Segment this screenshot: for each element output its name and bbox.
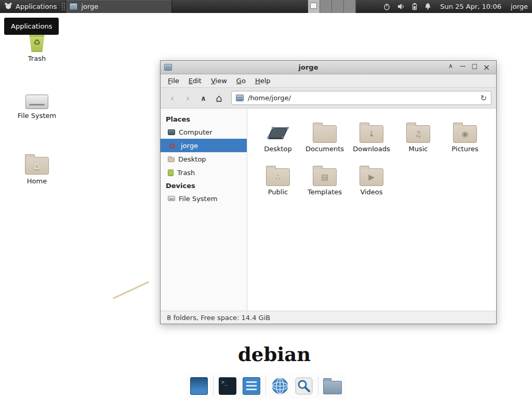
taskbar-window-label: jorge	[81, 3, 98, 10]
workspace-3[interactable]	[332, 0, 344, 13]
file-documents[interactable]: Documents	[301, 116, 348, 153]
battery-icon[interactable]	[408, 0, 421, 13]
desktop-icon-label: File System	[18, 112, 56, 119]
computer-icon	[168, 129, 175, 135]
file-downloads[interactable]: ↓Downloads	[348, 116, 395, 153]
up-button[interactable]: ∧	[196, 91, 210, 105]
file-manager-window: jorge ∧—□× FileEditViewGoHelp ‹ › ∧ ⌂ /h…	[160, 60, 497, 324]
sidebar-item-trash[interactable]: Trash	[161, 166, 247, 179]
folder-shape: ♫	[406, 125, 430, 143]
doc-emblem-icon: ▤	[313, 169, 336, 185]
launcher-browser[interactable]	[270, 376, 290, 396]
window-content: Places ComputerjorgeDesktopTrash Devices…	[161, 109, 496, 311]
notifications-icon[interactable]	[421, 0, 435, 13]
file-templates[interactable]: ▤Templates	[301, 159, 348, 196]
desktop-icon	[265, 116, 290, 143]
sidebar-item-label: Desktop	[178, 155, 206, 163]
maximize-button[interactable]: □	[469, 62, 481, 72]
drive-shape	[25, 95, 48, 109]
volume-icon[interactable]	[394, 0, 408, 13]
sidebar-item-desktop[interactable]: Desktop	[161, 152, 247, 166]
workspace-1[interactable]	[308, 0, 320, 13]
camera-emblem-icon: ◉	[454, 126, 476, 142]
clock[interactable]: Sun 25 Apr, 10:06	[435, 0, 507, 13]
folder-icon: ▶	[360, 159, 383, 186]
home-emblem-icon: ⌂	[25, 157, 48, 174]
launcher-appfinder[interactable]	[294, 376, 314, 396]
username-label: jorge	[507, 0, 532, 13]
file-public[interactable]: ∴Public	[255, 159, 301, 196]
refresh-icon[interactable]: ↻	[480, 94, 487, 103]
workspace-4[interactable]	[344, 0, 356, 13]
drive-icon	[168, 196, 175, 201]
minimize-button[interactable]: —	[457, 62, 469, 72]
file-label: Public	[268, 188, 288, 196]
places-header: Places	[161, 113, 247, 125]
status-icon-area	[380, 0, 435, 13]
sidebar: Places ComputerjorgeDesktopTrash Devices…	[161, 109, 247, 311]
desktop-icon-file-system[interactable]: File System	[18, 87, 56, 119]
close-button[interactable]: ×	[481, 62, 493, 72]
sidebar-item-jorge[interactable]: jorge	[161, 139, 247, 152]
home-folder-icon: ⌂	[25, 153, 49, 175]
recycle-glyph: ♻	[33, 38, 41, 47]
file-label: Desktop	[264, 145, 292, 153]
applications-tooltip: Applications	[4, 18, 59, 35]
launcher-desktop[interactable]	[189, 376, 209, 396]
dock	[186, 373, 345, 399]
file-view[interactable]: DesktopDocuments↓Downloads♫Music◉Picture…	[247, 109, 496, 311]
taskbar-window-button[interactable]: jorge	[65, 0, 172, 13]
menu-item-edit[interactable]: Edit	[184, 77, 206, 85]
desktop-icon-label: Home	[27, 177, 47, 185]
drive-icon	[25, 87, 48, 109]
desktop-icon-trash[interactable]: ♻Trash	[28, 30, 46, 62]
xfce-mouse-icon	[4, 2, 12, 11]
file-desktop[interactable]: Desktop	[255, 116, 301, 153]
status-bar: 8 folders, Free space: 14.4 GiB	[161, 311, 496, 324]
menu-item-view[interactable]: View	[206, 77, 232, 85]
menu-bar: FileEditViewGoHelp	[161, 74, 496, 88]
down-emblem-icon: ↓	[360, 126, 383, 142]
back-button[interactable]: ‹	[165, 91, 179, 105]
trash-can-shape: ♻	[29, 33, 45, 52]
desktop-icon-label: Trash	[28, 55, 46, 62]
menu-item-file[interactable]: File	[163, 77, 184, 85]
dock-separator	[213, 377, 214, 395]
desktop-icon-home[interactable]: ⌂Home	[25, 153, 49, 185]
file-music[interactable]: ♫Music	[395, 116, 442, 153]
shade-button[interactable]: ∧	[445, 62, 457, 72]
sidebar-item-file-system[interactable]: File System	[161, 192, 247, 205]
devices-header: Devices	[161, 179, 247, 192]
launcher-filemanager[interactable]	[323, 376, 342, 396]
file-videos[interactable]: ▶Videos	[348, 159, 395, 196]
file-label: Pictures	[451, 145, 478, 153]
launcher-terminal[interactable]	[218, 376, 237, 396]
home-button[interactable]: ⌂	[212, 91, 226, 105]
debian-wallpaper-logo: debian	[238, 343, 311, 366]
sidebar-devices-list: File System	[161, 192, 247, 205]
path-input[interactable]: /home/jorge/	[248, 94, 476, 102]
applications-menu-label: Applications	[16, 3, 57, 10]
folder-icon: ▤	[313, 159, 337, 186]
top-panel: Applications jorge Sun 25 Apr, 10:06 jor…	[0, 0, 532, 13]
workspace-2[interactable]	[320, 0, 332, 13]
applications-menu-button[interactable]: Applications	[0, 0, 61, 13]
forward-button[interactable]: ›	[181, 91, 195, 105]
menu-item-go[interactable]: Go	[232, 77, 250, 85]
menu-item-help[interactable]: Help	[250, 77, 275, 85]
sidebar-item-computer[interactable]: Computer	[161, 125, 247, 139]
window-title: jorge	[172, 63, 445, 71]
mouse-icon[interactable]	[380, 0, 394, 13]
folder-shape: ↓	[360, 125, 383, 143]
launcher-settings[interactable]	[242, 376, 261, 396]
trash-icon	[168, 169, 174, 176]
folder-icon: ∴	[266, 159, 290, 186]
titlebar[interactable]: jorge ∧—□×	[161, 61, 496, 74]
path-bar[interactable]: /home/jorge/ ↻	[231, 91, 491, 105]
window-icon	[164, 64, 172, 71]
share-emblem-icon: ∴	[267, 169, 289, 185]
panel-handle[interactable]	[61, 3, 65, 10]
window-controls: ∧—□×	[445, 62, 493, 72]
file-pictures[interactable]: ◉Pictures	[442, 116, 488, 153]
folder-shape: ▤	[313, 168, 337, 186]
